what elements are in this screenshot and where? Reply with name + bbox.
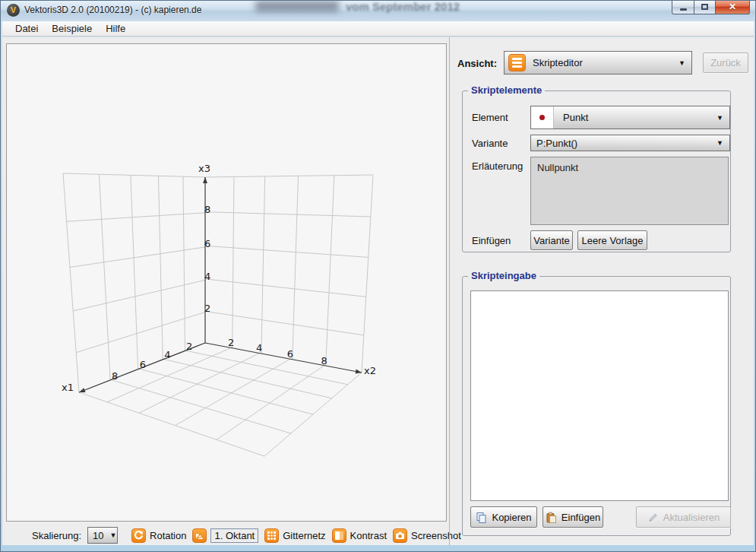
chevron-down-icon: ▼ — [672, 59, 691, 67]
app-logo-icon: V — [7, 4, 20, 17]
svg-text:2: 2 — [204, 303, 210, 314]
svg-text:6: 6 — [287, 348, 293, 360]
copy-icon — [476, 512, 487, 523]
maximize-icon — [701, 4, 708, 10]
ansicht-label: Ansicht: — [457, 58, 497, 69]
bottom-toolbar: Skalierung: 10 ▼ Rotation 1. Oktant — [6, 524, 447, 547]
pencil-icon — [647, 512, 659, 523]
window-controls: ✕ — [672, 0, 750, 14]
chevron-down-icon: ▼ — [710, 139, 729, 147]
leere-vorlage-button[interactable]: Leere Vorlage — [577, 230, 647, 250]
grid-icon — [264, 528, 279, 543]
contrast-button[interactable]: Kontrast — [332, 528, 387, 543]
scaling-select[interactable]: 10 ▼ — [87, 527, 118, 544]
svg-text:x2: x2 — [364, 365, 376, 376]
rotation-button[interactable]: Rotation — [131, 528, 186, 543]
skriptelemente-group: Skriptelemente Element Punkt ▼ Variante … — [462, 90, 731, 252]
svg-text:6: 6 — [140, 359, 146, 370]
element-select[interactable]: Punkt ▼ — [530, 106, 730, 129]
script-editor-icon — [508, 54, 526, 71]
erlaeuterung-label: Erläuterung — [472, 160, 523, 172]
chevron-down-icon: ▼ — [104, 531, 123, 539]
variante-select[interactable]: P:Punkt() ▼ — [530, 135, 730, 151]
svg-text:6: 6 — [204, 238, 210, 249]
svg-text:8: 8 — [204, 204, 210, 215]
client-area: 222444666888x1x2x3 Skalierung: 10 ▼ Rota… — [2, 37, 754, 545]
window-title: Vektoris3D 2.0 (20100219) - (c) kapieren… — [24, 5, 201, 15]
coordinate-system-3d[interactable]: 222444666888x1x2x3 — [7, 44, 446, 521]
svg-text:4: 4 — [204, 271, 210, 282]
element-value: Punkt — [554, 112, 588, 123]
gridlines-button[interactable]: Gitternetz — [264, 528, 325, 543]
skripteingabe-title: Skripteingabe — [468, 270, 539, 281]
background-bleed-text: vom September 2012 — [346, 0, 460, 13]
script-input[interactable] — [470, 290, 729, 501]
ansicht-value: Skripteditor — [533, 57, 583, 68]
aktualisieren-button[interactable]: Aktualisieren — [636, 506, 731, 528]
svg-text:x3: x3 — [198, 163, 210, 174]
skriptelemente-title: Skriptelemente — [468, 84, 545, 96]
menubar: Datei Beispiele Hilfe — [2, 21, 754, 36]
scaling-value: 10 — [93, 530, 103, 541]
close-icon: ✕ — [729, 2, 736, 12]
element-label: Element — [472, 112, 508, 123]
svg-text:2: 2 — [186, 341, 192, 352]
app-window: V Vektoris3D 2.0 (20100219) - (c) kapier… — [0, 0, 756, 552]
ansicht-select[interactable]: Skripteditor ▼ — [504, 51, 692, 75]
variante-insert-button[interactable]: Variante — [530, 230, 573, 250]
maximize-button[interactable] — [694, 0, 716, 14]
background-bleed-smudge — [255, 1, 339, 11]
svg-text:x1: x1 — [62, 382, 74, 393]
script-editor-panel: Ansicht: Skripteditor ▼ Zurück Skriptele… — [450, 37, 754, 545]
titlebar[interactable]: V Vektoris3D 2.0 (20100219) - (c) kapier… — [0, 0, 756, 21]
kopieren-button[interactable]: Kopieren — [470, 506, 537, 528]
viewport-3d[interactable]: 222444666888x1x2x3 — [6, 43, 447, 522]
contrast-icon — [332, 528, 346, 543]
svg-text:8: 8 — [112, 370, 118, 382]
svg-text:4: 4 — [256, 342, 262, 354]
einfuegen-button[interactable]: Einfügen — [542, 506, 603, 528]
erlaeuterung-text: Nullpunkt — [530, 157, 729, 225]
minimize-button[interactable] — [672, 0, 694, 14]
camera-icon — [393, 528, 407, 543]
variante-value: P:Punkt() — [536, 138, 577, 149]
svg-text:2: 2 — [228, 337, 234, 348]
scaling-label: Skalierung: — [32, 530, 81, 541]
point-icon — [531, 106, 554, 128]
menu-hilfe[interactable]: Hilfe — [99, 22, 132, 35]
svg-text:8: 8 — [321, 355, 327, 366]
zurueck-button[interactable]: Zurück — [703, 52, 748, 73]
minimize-icon — [680, 8, 687, 11]
close-button[interactable]: ✕ — [715, 0, 750, 14]
rotation-icon — [131, 528, 146, 543]
svg-text:4: 4 — [164, 349, 170, 360]
variante-label: Variante — [472, 138, 508, 149]
menu-datei[interactable]: Datei — [8, 22, 45, 35]
octant-button[interactable]: 1. Oktant — [192, 528, 258, 543]
octant-icon — [192, 528, 207, 543]
paste-icon — [546, 512, 557, 523]
menu-beispiele[interactable]: Beispiele — [45, 22, 99, 35]
skripteingabe-group: Skripteingabe Kopieren Einfügen Aktualis… — [462, 276, 731, 536]
einfuegen-label: Einfügen — [472, 235, 511, 246]
chevron-down-icon: ▼ — [710, 114, 729, 122]
